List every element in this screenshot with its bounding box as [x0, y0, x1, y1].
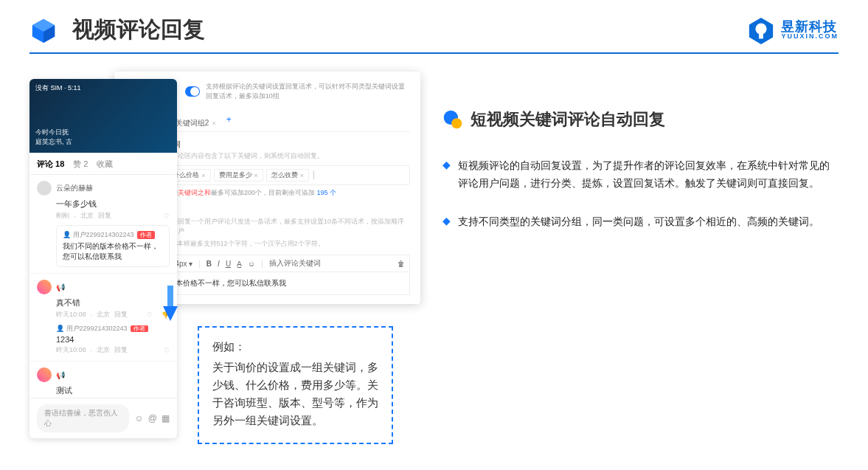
reply-link[interactable]: 回复	[114, 310, 128, 319]
svg-point-4	[756, 23, 767, 34]
header-rule	[29, 52, 839, 54]
close-icon[interactable]: ×	[212, 120, 215, 127]
svg-rect-6	[167, 286, 173, 308]
arrow-down-icon	[161, 286, 180, 322]
brand-mark-icon	[747, 16, 775, 44]
insert-keyword-button[interactable]: 插入评论关键词	[269, 258, 321, 269]
delete-icon[interactable]: 🗑	[397, 260, 405, 268]
heart-icon[interactable]: ♡	[164, 347, 170, 354]
reply-link[interactable]: 回复	[114, 345, 128, 355]
avatar	[37, 181, 52, 196]
example-body: 关于询价的设置成一组关键词，多少钱、什么价格，费用多少等。关于咨询班型、版本、型…	[212, 359, 378, 429]
speaker-icon: 📢	[56, 371, 65, 379]
author-badge: 作者	[137, 231, 155, 239]
keyword-chip[interactable]: 怎么收费×	[266, 169, 309, 182]
avatar	[37, 367, 52, 382]
keyword-group-tab-2[interactable]: 关键词组2×	[176, 114, 216, 131]
comment-item: 云朵的赫赫 一年多少钱 刚刚 · 北京 回复♡ 👤 用户229921430224…	[29, 175, 177, 274]
speaker-icon: 📢	[56, 283, 65, 291]
bullet-item: ◆ 短视频评论的自动回复设置，为了提升作者的评论回复效率，在系统中针对常见的评论…	[442, 157, 839, 193]
keyword-chip[interactable]: 费用是多少×	[214, 169, 263, 182]
svg-point-9	[451, 118, 462, 128]
sim-status: 没有 SIM · 5:11	[35, 83, 81, 93]
auto-reply-toggle[interactable]	[185, 86, 199, 97]
comment-input[interactable]: 善语结善缘，恶言伤人心	[37, 404, 129, 432]
example-title: 例如：	[212, 338, 378, 356]
author-badge: 作者	[131, 325, 148, 332]
diamond-bullet-icon: ◆	[442, 215, 451, 231]
svg-rect-5	[760, 32, 764, 38]
italic-icon[interactable]: I	[218, 260, 220, 268]
cube-icon	[29, 16, 58, 44]
underline-icon[interactable]: U	[226, 260, 231, 268]
tab-comments[interactable]: 评论 18	[37, 159, 64, 170]
brand-name-en: YUUXIN.COM	[781, 33, 839, 40]
comment-body: 测试	[56, 385, 170, 396]
screenshot-composite: 自动回复关键词评论 支持根据评论的关键词设置回复话术，可以针对不同类型关键词设置…	[29, 72, 420, 426]
comment-body: 真不错	[56, 297, 170, 308]
video-caption: 今时今日抚 庭笑忘书, 古	[35, 128, 72, 147]
comment-tabs: 评论 18 赞 2 收藏	[29, 153, 177, 175]
chat-bubble-icon	[442, 109, 463, 130]
bold-icon[interactable]: B	[206, 260, 212, 268]
avatar	[37, 280, 52, 294]
comment-input-bar: 善语结善缘，恶言伤人心 ☺ @ ▦	[29, 398, 177, 438]
svg-marker-7	[163, 306, 178, 321]
example-callout: 例如： 关于询价的设置成一组关键词，多少钱、什么价格，费用多少等。关于咨询班型、…	[198, 326, 393, 444]
bullet-item: ◆ 支持不同类型的关键词分组，同一类问题，可设置多个相近的、高频的关键词。	[442, 213, 839, 231]
image-icon[interactable]: ▦	[162, 413, 170, 424]
emoji-icon[interactable]: ☺	[248, 260, 255, 268]
auto-reply-switch-desc: 支持根据评论的关键词设置回复话术，可以针对不同类型关键词设置回复话术，最多添加1…	[206, 82, 410, 101]
author-reply: 👤 用户2299214302243作者 我们不同的版本价格不一样，您可以私信联系…	[56, 225, 170, 267]
heart-icon[interactable]: ♡	[164, 212, 170, 220]
page-title: 视频评论回复	[72, 15, 205, 45]
reply-link[interactable]: 回复	[98, 211, 111, 221]
page-header: 视频评论回复 昱新科技 YUUXIN.COM	[0, 0, 868, 52]
color-icon[interactable]: A̲	[237, 260, 242, 268]
tab-likes[interactable]: 赞 2	[73, 159, 88, 170]
emoji-icon[interactable]: ☺	[135, 413, 144, 424]
heart-icon[interactable]: ♡	[147, 311, 153, 319]
comment-user: 云朵的赫赫	[56, 183, 93, 193]
phone-mockup: 没有 SIM · 5:11 今时今日抚 庭笑忘书, 古 评论 18 赞 2 收藏…	[29, 79, 177, 438]
diamond-bullet-icon: ◆	[442, 159, 451, 193]
tab-fav[interactable]: 收藏	[97, 159, 113, 170]
comment-item: 📢 测试	[29, 362, 177, 398]
comment-body: 一年多少钱	[56, 198, 170, 210]
brand-logo: 昱新科技 YUUXIN.COM	[747, 16, 839, 44]
comment-item: 📢 真不错 昨天10:08 · 北京 回复♡👎 👤 用户229921430224…	[29, 274, 177, 362]
mention-icon[interactable]: @	[148, 413, 157, 424]
section-title: 短视频关键词评论自动回复	[471, 108, 665, 131]
add-group-button[interactable]: +	[226, 114, 232, 131]
brand-name-cn: 昱新科技	[781, 20, 839, 33]
description-panel: 短视频关键词评论自动回复 ◆ 短视频评论的自动回复设置，为了提升作者的评论回复效…	[442, 72, 839, 426]
